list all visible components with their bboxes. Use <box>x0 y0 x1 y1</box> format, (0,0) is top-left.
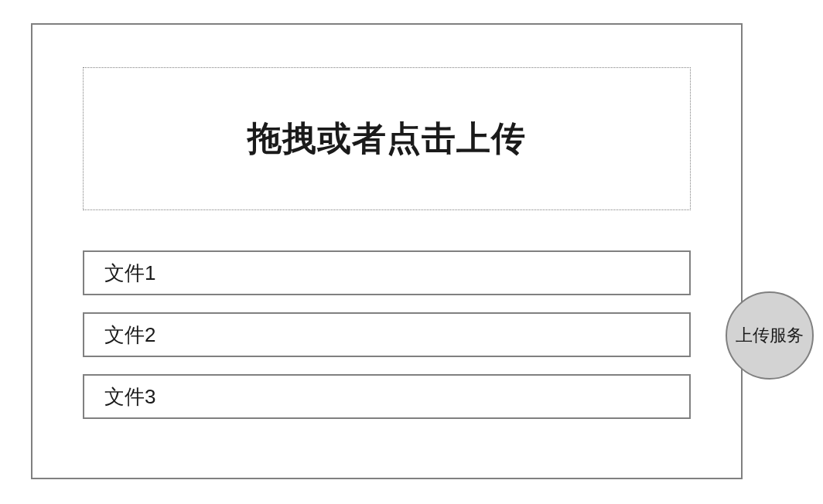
file-item[interactable]: 文件1 <box>83 250 691 295</box>
upload-service-label: 上传服务 <box>736 324 804 347</box>
file-list: 文件1 文件2 文件3 <box>83 250 691 419</box>
file-item[interactable]: 文件3 <box>83 374 691 419</box>
dropzone-label: 拖拽或者点击上传 <box>248 116 526 162</box>
file-name: 文件3 <box>104 383 155 410</box>
upload-panel: 拖拽或者点击上传 文件1 文件2 文件3 <box>31 23 743 479</box>
file-name: 文件1 <box>104 260 155 287</box>
file-name: 文件2 <box>104 322 155 349</box>
upload-service-node: 上传服务 <box>726 291 814 380</box>
upload-dropzone[interactable]: 拖拽或者点击上传 <box>83 67 691 210</box>
file-item[interactable]: 文件2 <box>83 312 691 357</box>
